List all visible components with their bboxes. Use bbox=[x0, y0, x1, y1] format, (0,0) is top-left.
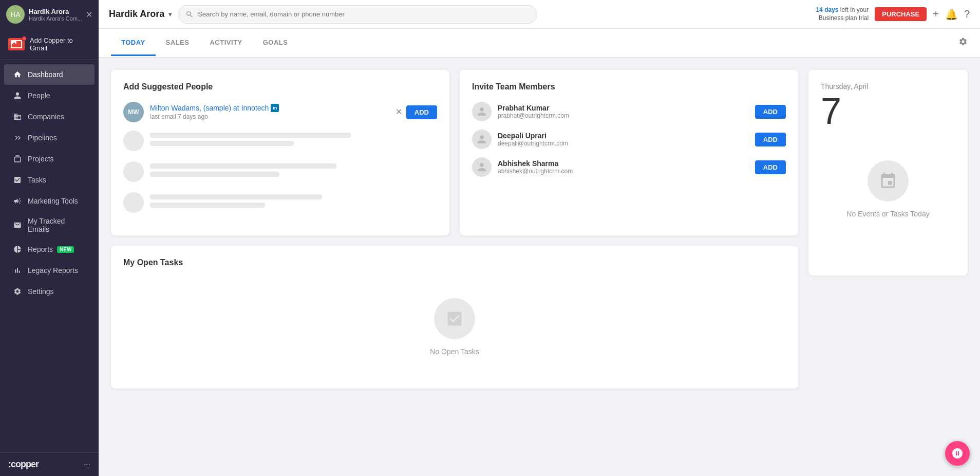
close-icon[interactable]: ✕ bbox=[86, 10, 92, 20]
skeleton-line bbox=[150, 163, 336, 169]
invite-email-2: deepali@outrightcrm.com bbox=[498, 140, 749, 147]
skeleton-avatar-1 bbox=[123, 131, 144, 151]
invite-team-title: Invite Team Members bbox=[472, 82, 786, 91]
calendar-card: Thursday, April 7 No Events or Tasks Tod… bbox=[808, 70, 968, 276]
pipelines-icon bbox=[12, 133, 23, 143]
reports-label: Reports bbox=[28, 245, 53, 253]
companies-label: Companies bbox=[28, 113, 64, 121]
tracked-emails-label: My Tracked Emails bbox=[28, 217, 86, 233]
tab-goals[interactable]: GOALS bbox=[253, 30, 298, 56]
sidebar-item-marketing[interactable]: Marketing Tools bbox=[4, 191, 95, 211]
help-icon[interactable]: ? bbox=[964, 8, 970, 20]
skeleton-lines-3 bbox=[150, 194, 437, 211]
invite-avatar-3 bbox=[472, 157, 492, 177]
settings-icon bbox=[12, 286, 23, 297]
gmail-label: Add Copper to Gmail bbox=[30, 36, 90, 52]
skeleton-line bbox=[150, 172, 279, 177]
sidebar-item-people[interactable]: People bbox=[4, 85, 95, 106]
main-content: Hardik Arora ▾ 14 days left in your Busi… bbox=[99, 0, 980, 476]
tab-activity[interactable]: ACTIVITY bbox=[199, 30, 252, 56]
sidebar-item-projects[interactable]: Projects bbox=[4, 149, 95, 169]
skeleton-person-1 bbox=[123, 131, 437, 151]
invite-avatar-2 bbox=[472, 130, 492, 149]
briefcase-icon bbox=[12, 154, 23, 164]
sidebar-item-legacy-reports[interactable]: Legacy Reports bbox=[4, 260, 95, 281]
tabs-bar: TODAY SALES ACTIVITY GOALS bbox=[99, 29, 980, 58]
calendar-empty-state: No Events or Tasks Today bbox=[821, 140, 955, 239]
person-icon bbox=[12, 90, 23, 101]
people-label: People bbox=[28, 91, 50, 100]
user-name: Hardik Arora bbox=[29, 8, 86, 15]
open-tasks-title: My Open Tasks bbox=[123, 258, 786, 267]
skeleton-line bbox=[150, 141, 294, 146]
topbar: Hardik Arora ▾ 14 days left in your Busi… bbox=[99, 0, 980, 29]
tasks-empty-state: No Open Tasks bbox=[123, 278, 786, 376]
sidebar-item-tracked-emails[interactable]: My Tracked Emails bbox=[4, 212, 95, 239]
search-bar[interactable] bbox=[178, 5, 537, 24]
skeleton-person-3 bbox=[123, 192, 437, 213]
sidebar: HA Hardik Arora Hardik Arora's Com... ✕ … bbox=[0, 0, 99, 476]
tab-sales[interactable]: SALES bbox=[156, 30, 200, 56]
sidebar-item-settings[interactable]: Settings bbox=[4, 281, 95, 302]
dashboard-settings-icon[interactable] bbox=[958, 29, 968, 57]
featured-person-actions: ✕ ADD bbox=[395, 105, 437, 119]
calendar-header: Thursday, April bbox=[821, 82, 955, 90]
trial-days: 14 days bbox=[816, 6, 838, 13]
skeleton-person-2 bbox=[123, 161, 437, 182]
gmail-badge bbox=[22, 36, 27, 41]
title-dropdown-icon[interactable]: ▾ bbox=[168, 11, 172, 18]
add-gmail-item[interactable]: Add Copper to Gmail bbox=[0, 29, 99, 60]
invite-team-card: Invite Team Members Prabhat Kumar prabha… bbox=[460, 70, 798, 235]
invite-person-1: Prabhat Kumar prabhat@outrightcrm.com AD… bbox=[472, 102, 786, 121]
settings-label: Settings bbox=[28, 287, 54, 296]
chat-bubble[interactable] bbox=[945, 441, 970, 466]
invite-email-1: prabhat@outrightcrm.com bbox=[498, 112, 749, 119]
page-title: Hardik Arora ▾ bbox=[109, 9, 172, 20]
business-icon bbox=[12, 112, 23, 122]
invite-email-3: abhishek@outrightcrm.com bbox=[498, 168, 749, 175]
user-company: Hardik Arora's Com... bbox=[29, 15, 86, 22]
add-suggested-person-button[interactable]: ADD bbox=[406, 105, 437, 119]
sidebar-header: HA Hardik Arora Hardik Arora's Com... ✕ bbox=[0, 0, 99, 29]
left-column: Add Suggested People MW Milton Wadams, (… bbox=[111, 70, 798, 389]
sidebar-item-tasks[interactable]: Tasks bbox=[4, 170, 95, 190]
skeleton-lines-2 bbox=[150, 163, 437, 180]
sidebar-item-reports[interactable]: Reports NEW bbox=[4, 239, 95, 260]
add-icon[interactable]: + bbox=[933, 8, 939, 20]
skeleton-line bbox=[150, 194, 322, 199]
dismiss-suggestion-button[interactable]: ✕ bbox=[395, 108, 402, 116]
invite-info-3: Abhishek Sharma abhishek@outrightcrm.com bbox=[498, 159, 749, 175]
sidebar-footer: :copper ··· bbox=[0, 452, 99, 476]
invite-name-3: Abhishek Sharma bbox=[498, 159, 749, 168]
dashboard-label: Dashboard bbox=[28, 70, 63, 79]
content-area: TODAY SALES ACTIVITY GOALS Add Suggested… bbox=[99, 29, 980, 476]
notifications-icon[interactable]: 🔔 bbox=[945, 8, 958, 21]
sidebar-item-pipelines[interactable]: Pipelines bbox=[4, 127, 95, 148]
more-icon[interactable]: ··· bbox=[84, 460, 90, 469]
suggested-people-title: Add Suggested People bbox=[123, 82, 437, 91]
invite-add-button-1[interactable]: ADD bbox=[755, 105, 786, 119]
purchase-button[interactable]: PURCHASE bbox=[875, 7, 927, 21]
dashboard-body: Add Suggested People MW Milton Wadams, (… bbox=[99, 58, 980, 401]
legacy-reports-icon bbox=[12, 265, 23, 276]
topbar-right: 14 days left in your Business plan trial… bbox=[816, 6, 970, 22]
invite-add-button-3[interactable]: ADD bbox=[755, 160, 786, 174]
invite-person-3: Abhishek Sharma abhishek@outrightcrm.com… bbox=[472, 157, 786, 177]
invite-name-1: Prabhat Kumar bbox=[498, 104, 749, 112]
calendar-day: 7 bbox=[821, 93, 955, 130]
skeleton-line bbox=[150, 203, 265, 208]
sidebar-item-dashboard[interactable]: Dashboard bbox=[4, 64, 95, 85]
invite-add-button-2[interactable]: ADD bbox=[755, 133, 786, 147]
linkedin-icon: in bbox=[271, 104, 279, 112]
featured-person: MW Milton Wadams, (sample) at Innotech i… bbox=[123, 102, 437, 122]
marketing-icon bbox=[12, 196, 23, 206]
tab-today[interactable]: TODAY bbox=[111, 30, 156, 56]
invite-avatar-1 bbox=[472, 102, 492, 121]
projects-label: Projects bbox=[28, 155, 54, 163]
search-input[interactable] bbox=[198, 10, 530, 18]
sidebar-item-companies[interactable]: Companies bbox=[4, 106, 95, 127]
skeleton-avatar-3 bbox=[123, 192, 144, 213]
top-cards: Add Suggested People MW Milton Wadams, (… bbox=[111, 70, 798, 235]
calendar-empty-text: No Events or Tasks Today bbox=[846, 210, 929, 218]
featured-person-meta: last email 7 days ago bbox=[150, 113, 389, 120]
